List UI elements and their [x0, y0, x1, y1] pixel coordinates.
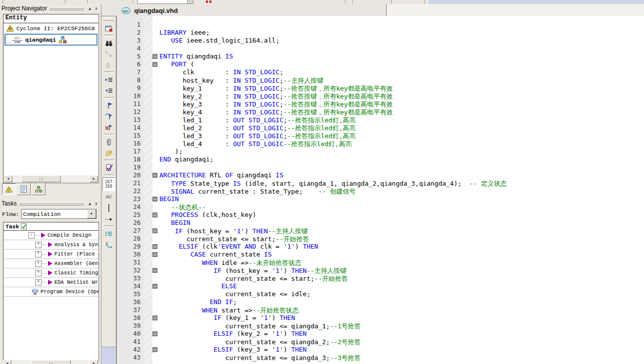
files-tab-button[interactable] [17, 183, 31, 195]
expand-icon[interactable]: + [35, 260, 42, 267]
fold-collapse-icon[interactable]: - [152, 197, 157, 202]
close-button[interactable]: x [93, 5, 99, 12]
chevron-down-icon[interactable]: ▾ [87, 209, 96, 218]
new-window-icon[interactable] [103, 23, 115, 34]
panel-grip[interactable] [50, 6, 84, 10]
tasks-hscrollbar[interactable]: ◂ ▸ [3, 360, 98, 364]
indent-icon[interactable] [103, 74, 115, 85]
text-edit-icon[interactable]: ab [103, 192, 115, 203]
code-line[interactable]: key_4 : IN STD_LOGIC;--抢答按键，所有key都是高电平有效 [159, 108, 644, 116]
scroll-thumb[interactable] [31, 360, 71, 364]
code-line[interactable]: --状态机-- [159, 203, 644, 211]
code-line[interactable]: END IF; [159, 298, 644, 306]
panel-grip[interactable] [19, 202, 84, 206]
code-line[interactable]: USE ieee.std_logic_1164.all; [159, 37, 644, 45]
code-line[interactable]: current_state <= start;--开始抢答 [159, 235, 644, 243]
task-row[interactable]: +Fitter (Place & [3, 250, 99, 259]
code-line[interactable]: current_state <= idle; [159, 290, 644, 298]
code-line[interactable]: ENTITY qiangdaqi IS [159, 52, 644, 60]
expand-icon[interactable]: + [35, 251, 42, 258]
task-row[interactable]: +Analysis & Synt [3, 240, 99, 250]
task-row[interactable]: +Assembler (Gene [3, 259, 99, 268]
toolbar-combobox-button[interactable] [187, 0, 194, 4]
task-row[interactable]: +Classic Timing [3, 268, 99, 278]
attachment-icon[interactable] [103, 137, 115, 148]
code-line[interactable]: ELSIF (key_2 = '1') THEN [159, 330, 644, 338]
code-line[interactable]: current_state <= qiangda_2;--2号抢答 [159, 338, 644, 346]
code-line[interactable]: WHEN idle =>--未开始抢答状态 [159, 259, 644, 266]
entity-tree-row-selected[interactable]: abcVHD qiangdaqi [4, 34, 98, 46]
insert-bar-icon[interactable] [103, 203, 115, 213]
code-line[interactable]: IF (key_1 = '1') THEN [159, 314, 644, 322]
task-row[interactable]: -Compile Design [3, 231, 99, 240]
code-line[interactable]: led_4 : OUT STD_LOGIC--抢答指示led灯,高亮 [159, 140, 644, 148]
code-line[interactable]: TYPE State_type IS (idle, start, qiangda… [159, 179, 644, 187]
code-line[interactable]: ); [159, 148, 644, 156]
indent-guides-icon[interactable] [103, 228, 115, 239]
project-navigator-hscrollbar[interactable]: ◂ ▸ [4, 175, 98, 182]
match-brace-icon[interactable]: {} [103, 59, 115, 70]
code-line[interactable]: END qiangdaqi; [159, 156, 644, 163]
code-line[interactable]: BEGIN [159, 195, 644, 203]
line-count-indicator[interactable]: 267 268 [102, 177, 115, 191]
code-line[interactable]: IF (host_key = '1') THEN--主持人按键 [159, 266, 644, 274]
code-editor[interactable]: 1234567891011121314151617181920212223242… [116, 16, 644, 364]
fold-collapse-icon[interactable]: - [152, 228, 157, 233]
code-line[interactable]: current_state <= qiangda_1;--1号抢答 [159, 322, 644, 330]
line-number-gutter[interactable]: 1234567891011121314151617181920212223242… [117, 16, 144, 364]
code-line[interactable]: key_2 : IN STD_LOGIC;--抢答按键，所有key都是高电平有效 [159, 92, 644, 100]
warnings-tab-button[interactable] [2, 183, 16, 195]
code-line[interactable]: WHEN start =>--开始抢答状态 [159, 306, 644, 314]
check-syntax-icon[interactable] [103, 162, 115, 173]
fold-collapse-icon[interactable]: - [152, 244, 157, 249]
code-line[interactable] [159, 21, 644, 29]
scroll-right-button[interactable]: ▸ [90, 360, 98, 364]
fold-collapse-icon[interactable]: - [152, 54, 157, 59]
fold-collapse-icon[interactable]: - [152, 62, 157, 67]
replace-icon[interactable]: AB [103, 49, 115, 59]
note-icon[interactable] [103, 148, 115, 158]
task-row[interactable]: Program Device (Ope [3, 287, 99, 297]
code-line[interactable]: key_1 : IN STD_LOGIC;--抢答按键，所有key都是高电平有效 [159, 84, 644, 92]
find-icon[interactable] [103, 38, 115, 49]
fold-collapse-icon[interactable]: - [152, 284, 157, 289]
flow-select[interactable]: Compilation ▾ [21, 209, 97, 219]
code-line[interactable]: LIBRARY ieee; [159, 29, 644, 37]
collapse-button[interactable]: ▴ [87, 201, 93, 207]
device-tree-row[interactable]: Cyclone II: EP2C5F256C8 [3, 23, 99, 33]
auto-indent-icon[interactable]: 2 [103, 239, 115, 250]
code-line[interactable]: ARCHITECTURE RTL OF qiangdaqi IS [159, 171, 644, 179]
clear-bookmarks-icon[interactable] [103, 122, 115, 133]
next-bookmark-icon[interactable] [103, 111, 115, 122]
code-line[interactable]: led_2 : OUT STD_LOGIC;--抢答指示led灯,高亮 [159, 124, 644, 132]
hierarchy-tab-button[interactable] [32, 183, 46, 195]
goto-arrow-icon[interactable] [103, 213, 115, 224]
code-line[interactable]: key_3 : IN STD_LOGIC;--抢答按键，所有key都是高电平有效 [159, 100, 644, 108]
code-line[interactable]: PORT ( [159, 60, 644, 68]
code-line[interactable]: ELSE [159, 282, 644, 290]
scroll-right-button[interactable]: ▸ [90, 175, 98, 182]
fold-collapse-icon[interactable]: - [152, 331, 157, 336]
toolbar-combobox[interactable] [137, 0, 194, 4]
scroll-thumb[interactable] [21, 175, 61, 182]
toolbar-grip[interactable] [103, 17, 114, 21]
task-row[interactable]: +EDA Netlist Wri [3, 278, 99, 287]
fold-collapse-icon[interactable]: - [152, 268, 157, 273]
code-line[interactable]: BEGIN [159, 219, 644, 227]
tab-qiangdaqi-vhd[interactable]: abc qiangdaqi.vhd [116, 5, 183, 16]
collapse-button[interactable]: ▴ [87, 5, 93, 12]
fold-collapse-icon[interactable]: - [152, 173, 157, 178]
outdent-icon[interactable] [103, 85, 115, 96]
code-line[interactable]: current_state <= qiangda_3;--3号抢答 [159, 354, 644, 362]
code-line[interactable]: clk : IN STD_LOGIC; [159, 68, 644, 76]
code-line[interactable]: current_state <= start;--开始抢答 [159, 274, 644, 282]
code-line[interactable]: ELSIF (key_3 = '1') THEN [159, 346, 644, 354]
toggle-bookmark-icon[interactable] [103, 100, 115, 111]
fold-margin[interactable]: ------------- [152, 16, 159, 364]
fold-collapse-icon[interactable]: - [152, 252, 157, 257]
code-line[interactable]: led_3 : OUT STD_LOGIC;--抢答指示led灯,高亮 [159, 132, 644, 140]
scroll-left-button[interactable]: ◂ [4, 175, 12, 182]
expand-icon[interactable]: + [35, 279, 42, 286]
code-line[interactable]: IF (host_key = '1') THEN--主持人按键 [159, 227, 644, 235]
fold-collapse-icon[interactable]: - [152, 315, 157, 320]
